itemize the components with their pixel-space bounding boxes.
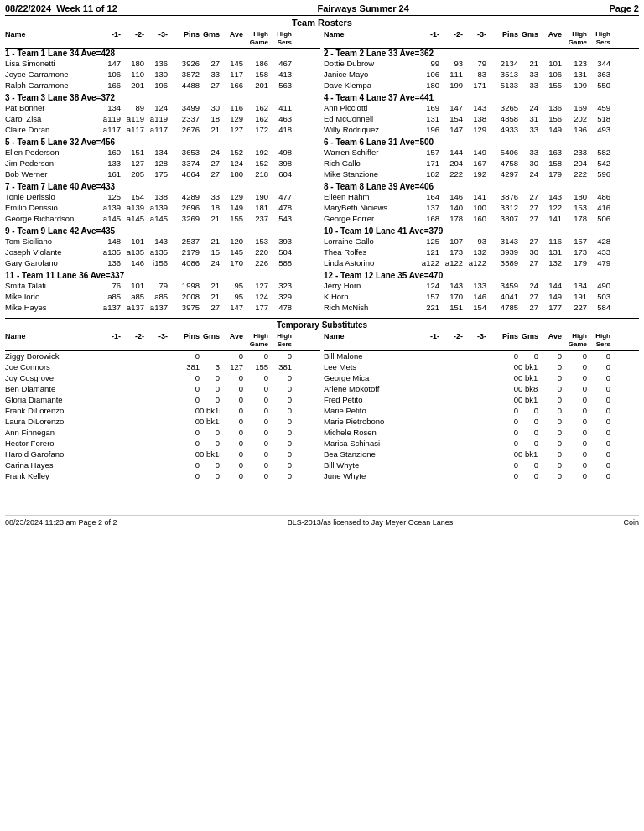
player-row: Rich McNish221151154478527177227584 <box>324 302 639 313</box>
sub-row: Frank Kelley00000 <box>5 470 320 481</box>
sub-row: Harold Garofano00 bk152000 <box>5 449 320 460</box>
player-row: Mike Hayesa137a137a137397527147177478 <box>5 302 320 313</box>
col-hs-right: HighSers <box>587 30 610 47</box>
page-footer: 08/23/2024 11:23 am Page 2 of 2 BLS-2013… <box>5 515 639 527</box>
team-block: 3 - Team 3 Lane 38 Ave=372Pat Bonner1348… <box>5 93 320 135</box>
temp-col-headers: Name -1- -2- -3- Pins Gms Ave HighGame H… <box>5 331 639 351</box>
page-title: Fairways Summer 24 <box>317 3 408 13</box>
team-block: 1 - Team 1 Lane 34 Ave=428Lisa Simonetti… <box>5 49 320 91</box>
team-block: 7 - Team 7 Lane 40 Ave=433Tonie Derissio… <box>5 182 320 224</box>
col-pins-left: Pins <box>168 30 200 47</box>
team-block: 9 - Team 9 Lane 42 Ave=435Tom Siciliano1… <box>5 226 320 268</box>
footer-right: BLS-2013/as licensed to Jay Meyer Ocean … <box>288 518 454 527</box>
col-s3-left: -3- <box>144 30 168 47</box>
col-s3-right: -3- <box>463 30 486 47</box>
col-gms-right: Gms <box>518 30 538 47</box>
page-number: Page 2 <box>610 3 639 13</box>
sub-row: Carina Hayes00000 <box>5 460 320 470</box>
player-row: Thea Rolfes121173132393930131173433 <box>324 247 639 257</box>
col-s2-right: -2- <box>439 30 463 47</box>
player-row: Pat Bonner13489124349930116162411 <box>5 102 320 113</box>
col-s1-right: -1- <box>416 30 439 47</box>
player-row: MaryBeth Niciews137140100331227122153416 <box>324 202 639 213</box>
player-row: Mike Iorioa85a85a8520082195124329 <box>5 291 320 302</box>
player-row: Dottie Dubrow999379213421101123344 <box>324 58 639 69</box>
player-row: Lisa Simonetti147180136392627145186467 <box>5 58 320 69</box>
sub-row: Joe Connors3813127155381 <box>5 361 320 372</box>
teams-right-col: 2 - Team 2 Lane 33 Ave=362Dottie Dubrow9… <box>324 49 639 315</box>
temp-left-headers: Name -1- -2- -3- Pins Gms Ave HighGame H… <box>5 331 320 351</box>
teams-left-col: 1 - Team 1 Lane 34 Ave=428Lisa Simonetti… <box>5 49 320 315</box>
player-row: Willy Rodriquez196147129493333149196493 <box>324 124 639 135</box>
player-row: Ralph Garramone166201196448827166201563 <box>5 80 320 91</box>
team-block: 12 - Team 12 Lane 35 Ave=470Jerry Horn12… <box>324 271 639 313</box>
player-row: K Horn157170146404127149191503 <box>324 291 639 302</box>
player-row: Lorraine Gallo12510793314327116157428 <box>324 236 639 247</box>
temp-substitutes-title: Temporary Substitutes <box>5 318 639 330</box>
sub-row: George Mica00 bk126000 <box>324 372 639 383</box>
team-title: 12 - Team 12 Lane 35 Ave=470 <box>324 271 639 280</box>
sub-row: Bill Whyte00000 <box>324 460 639 470</box>
player-row: Joyce Garramone106110130387233117158413 <box>5 69 320 80</box>
team-title: 2 - Team 2 Lane 33 Ave=362 <box>324 49 639 58</box>
player-row: Carol Zisaa119a119a119233718129162463 <box>5 113 320 124</box>
player-row: George Forrer168178160380727141178506 <box>324 213 639 224</box>
team-title: 3 - Team 3 Lane 38 Ave=372 <box>5 93 320 102</box>
team-title: 10 - Team 10 Lane 41 Ave=379 <box>324 226 639 236</box>
team-block: 5 - Team 5 Lane 32 Ave=456Ellen Pederson… <box>5 138 320 179</box>
player-row: Eileen Hahm164146141387627143180486 <box>324 191 639 202</box>
sub-row: Michele Rosen00000 <box>324 427 639 438</box>
col-name-left: Name <box>5 30 97 47</box>
col-pins-right: Pins <box>486 30 518 47</box>
right-col-headers: Name -1- -2- -3- Pins Gms Ave HighGame H… <box>324 29 639 49</box>
date-week: 08/22/2024 Week 11 of 12 <box>5 3 117 13</box>
col-gms-left: Gms <box>200 30 220 47</box>
sub-row: Marie Pietrobono00000 <box>324 416 639 427</box>
col-hg-right: HighGame <box>562 30 587 47</box>
sub-row: Bea Stanzione00 bk103000 <box>324 449 639 460</box>
team-title: 5 - Team 5 Lane 32 Ave=456 <box>5 138 320 147</box>
sub-row: Gloria Diamante00000 <box>5 394 320 405</box>
col-name-right: Name <box>324 30 416 47</box>
sub-row: Marie Petito00000 <box>324 405 639 416</box>
subs-left-col: Ziggy Borowick0000Joe Connors38131271553… <box>5 351 320 481</box>
section-title: Team Rosters <box>5 18 639 28</box>
col-ave-left: Ave <box>220 30 243 47</box>
sub-row: Joy Cosgrove00000 <box>5 372 320 383</box>
sub-row: June Whyte00000 <box>324 470 639 481</box>
player-row: Jim Pederson133127128337427124152398 <box>5 158 320 169</box>
sub-row: Ziggy Borowick0000 <box>5 351 320 361</box>
team-title: 11 - Team 11 Lane 36 Ave=337 <box>5 271 320 280</box>
sub-row: Marisa Schinasi00000 <box>324 438 639 449</box>
team-block: 4 - Team 4 Lane 37 Ave=441Ann Picciotti1… <box>324 93 639 135</box>
player-row: Smita Talati761017919982195127323 <box>5 280 320 291</box>
subs-grid: Ziggy Borowick0000Joe Connors38131271553… <box>5 351 639 481</box>
player-row: Ann Picciotti169147143326524136169459 <box>324 102 639 113</box>
team-block: 10 - Team 10 Lane 41 Ave=379Lorraine Gal… <box>324 226 639 268</box>
sub-row: Laura DiLorenzo00 bk125000 <box>5 416 320 427</box>
col-hg-left: HighGame <box>243 30 268 47</box>
team-block: 11 - Team 11 Lane 36 Ave=337Smita Talati… <box>5 271 320 313</box>
player-row: Mike Stanzione182222192429724179222596 <box>324 169 639 179</box>
team-block: 2 - Team 2 Lane 33 Ave=362Dottie Dubrow9… <box>324 49 639 91</box>
col-s2-left: -2- <box>121 30 144 47</box>
sub-row: Hector Forero00000 <box>5 438 320 449</box>
col-headers-row: Name -1- -2- -3- Pins Gms Ave HighGame H… <box>5 29 639 49</box>
player-row: Jerry Horn124143133345924144184490 <box>324 280 639 291</box>
sub-row: Fred Petito00 bk150000 <box>324 394 639 405</box>
page: 08/22/2024 Week 11 of 12 Fairways Summer… <box>0 0 644 530</box>
player-row: Joseph Violantea135a135a1352179151452205… <box>5 247 320 257</box>
footer-left: 08/23/2024 11:23 am Page 2 of 2 <box>5 518 117 527</box>
team-title: 9 - Team 9 Lane 42 Ave=435 <box>5 226 320 236</box>
sub-row: Lee Mets00 bk106000 <box>324 361 639 372</box>
player-row: Rich Gallo171204167475830158204542 <box>324 158 639 169</box>
sub-row: Ben Diamante00000 <box>5 383 320 394</box>
player-row: Janice Mayo10611183351333106131363 <box>324 69 639 80</box>
player-row: George Richardsona145a145a14532692115523… <box>5 213 320 224</box>
team-block: 8 - Team 8 Lane 39 Ave=406Eileen Hahm164… <box>324 182 639 224</box>
sub-row: Bill Malone00000 <box>324 351 639 361</box>
subs-right-col: Bill Malone00000Lee Mets00 bk106000Georg… <box>324 351 639 481</box>
player-row: Ellen Pederson160151134365324152192498 <box>5 147 320 158</box>
sub-row: Frank DiLorenzo00 bk150000 <box>5 405 320 416</box>
player-row: Gary Garofano136146i156408624170226588 <box>5 257 320 268</box>
